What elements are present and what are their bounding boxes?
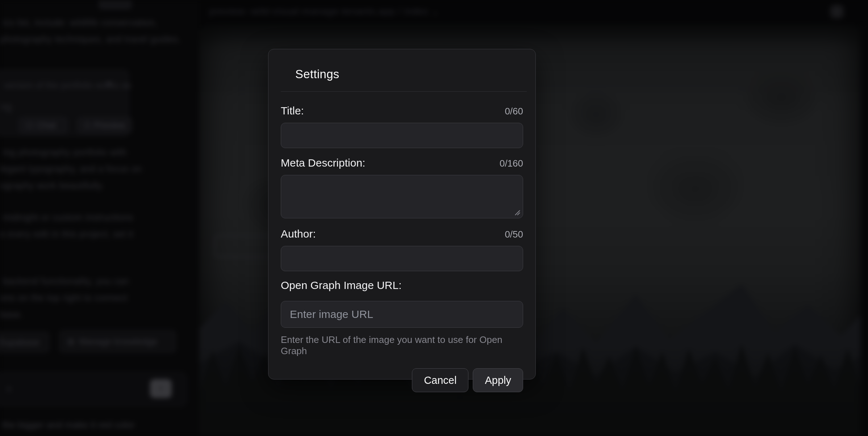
author-label: Author:: [281, 228, 316, 240]
meta-description-counter: 0/160: [500, 158, 523, 169]
dialog-footer: Cancel Apply: [281, 368, 523, 392]
meta-description-label: Meta Description:: [281, 157, 365, 169]
meta-description-field-row: Meta Description: 0/160: [281, 157, 523, 169]
og-image-field-row: Open Graph Image URL:: [281, 279, 523, 292]
title-field-row: Title: 0/60: [281, 105, 523, 117]
resize-handle-icon[interactable]: [514, 209, 520, 215]
app-window: ics list, include: wildlife conservation…: [0, 0, 868, 436]
apply-button[interactable]: Apply: [473, 368, 523, 392]
author-input[interactable]: [281, 246, 523, 271]
author-field-row: Author: 0/50: [281, 228, 523, 240]
og-helper-text: Enter the URL of the image you want to u…: [281, 334, 523, 357]
dialog-body: Title: 0/60 Meta Description: 0/160 Auth…: [268, 92, 535, 392]
settings-dialog: Settings Title: 0/60 Meta Description: 0…: [268, 49, 536, 380]
meta-description-wrap: [281, 175, 523, 218]
cancel-button[interactable]: Cancel: [412, 368, 468, 392]
title-input[interactable]: [281, 123, 523, 148]
dialog-header: Settings: [268, 49, 535, 81]
og-image-url-label: Open Graph Image URL:: [281, 279, 402, 292]
author-counter: 0/50: [505, 229, 523, 240]
og-image-url-input[interactable]: [281, 301, 523, 328]
title-counter: 0/60: [505, 106, 523, 117]
meta-description-textarea[interactable]: [281, 175, 523, 218]
dialog-title: Settings: [295, 67, 523, 81]
title-label: Title:: [281, 105, 304, 117]
